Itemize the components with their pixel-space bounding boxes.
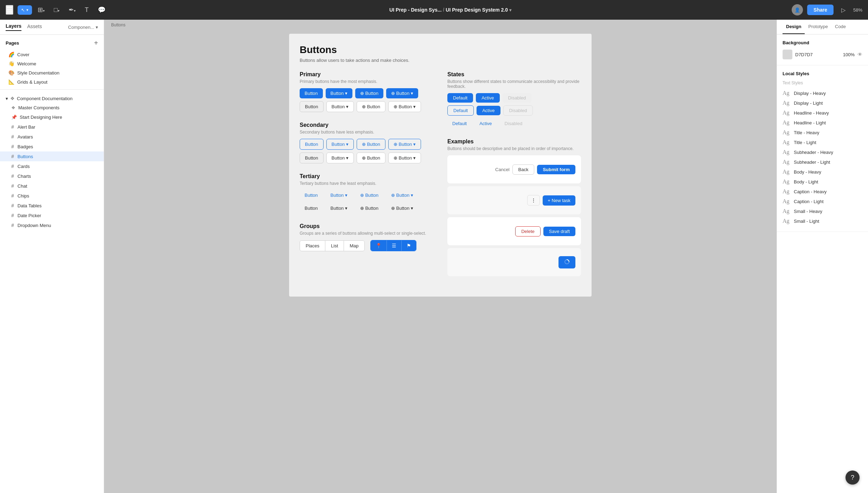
tab-assets[interactable]: Assets (27, 24, 42, 31)
style-caption-heavy[interactable]: Ag Caption - Heavy (783, 187, 862, 196)
tab-code[interactable]: Code (831, 20, 849, 34)
style-display-light[interactable]: Ag Display - Light (783, 98, 862, 108)
new-task-button[interactable]: + New task (543, 195, 575, 206)
group-btn-places[interactable]: Places (300, 241, 325, 251)
style-headline-heavy[interactable]: Ag Headline - Heavy (783, 108, 862, 118)
style-body-heavy[interactable]: Ag Body - Heavy (783, 167, 862, 177)
cancel-button[interactable]: Cancel (495, 167, 509, 172)
visibility-toggle[interactable]: 👁 (857, 52, 862, 57)
user-avatar[interactable]: 👤 (792, 4, 803, 15)
tertiary-btn-8-icon-dropdown[interactable]: ⊕ Button ▾ (386, 203, 418, 213)
secondary-btn-1[interactable]: Button (300, 139, 324, 150)
tab-layers[interactable]: Layers (6, 23, 21, 31)
nav-alert-bar[interactable]: # Alert Bar (0, 122, 104, 132)
primary-btn-5[interactable]: Button (300, 101, 324, 112)
primary-btn-4-icon-dropdown[interactable]: ⊕ Button ▾ (386, 88, 418, 98)
secondary-btn-7-icon[interactable]: ⊕ Button (357, 153, 385, 163)
help-button[interactable]: ? (845, 471, 860, 485)
add-page-button[interactable]: + (94, 39, 98, 47)
save-draft-button[interactable]: Save draft (543, 227, 575, 236)
back-button[interactable]: Back (512, 164, 535, 175)
submit-form-button[interactable]: Submit form (537, 165, 575, 174)
nav-chat[interactable]: # Chat (0, 181, 104, 191)
page-grids-layout[interactable]: 📐 Grids & Layout (6, 77, 98, 86)
primary-btn-6-dropdown[interactable]: Button ▾ (326, 101, 354, 112)
style-small-light[interactable]: Ag Small - Light (783, 216, 862, 226)
style-headline-light[interactable]: Ag Headline - Light (783, 118, 862, 128)
select-tool[interactable]: ↖▾ (18, 5, 32, 15)
state-default-outline[interactable]: Default (447, 105, 474, 116)
nav-chips[interactable]: # Chips (0, 191, 104, 201)
file-breadcrumb: UI Prep - Design Sys... (389, 7, 442, 13)
nav-buttons[interactable]: # Buttons (0, 151, 104, 161)
style-caption-light[interactable]: Ag Caption - Light (783, 196, 862, 206)
group-icon-btn-3[interactable]: ⚑ (402, 240, 416, 251)
nav-start-designing[interactable]: 📌 Start Designing Here (0, 112, 104, 122)
frame-tool[interactable]: ⊞▾ (34, 4, 48, 16)
file-title: UI Prep - Design Sys... / UI Prep Design… (113, 7, 787, 13)
style-title-light[interactable]: Ag Title - Light (783, 137, 862, 147)
primary-btn-2-dropdown[interactable]: Button ▾ (326, 88, 352, 98)
nav-cards[interactable]: # Cards (0, 161, 104, 171)
state-active-filled[interactable]: Active (476, 93, 499, 103)
secondary-btn-8-icon-dropdown[interactable]: ⊕ Button ▾ (388, 153, 421, 163)
primary-btn-8-icon-dropdown[interactable]: ⊕ Button ▾ (388, 101, 421, 112)
group-icon-btn-1[interactable]: 📍 (371, 240, 387, 251)
nav-charts[interactable]: # Charts (0, 171, 104, 181)
share-button[interactable]: Share (807, 5, 834, 15)
hamburger-menu[interactable]: ☰ (6, 5, 13, 15)
left-col: Primary Primary buttons have the most em… (300, 71, 433, 286)
tertiary-btn-3-icon[interactable]: ⊕ Button (355, 190, 383, 200)
tab-prototype[interactable]: Prototype (805, 20, 831, 34)
secondary-btn-2-dropdown[interactable]: Button ▾ (326, 139, 354, 150)
tertiary-btn-6-dropdown[interactable]: Button ▾ (326, 203, 352, 213)
style-title-heavy[interactable]: Ag Title - Heavy (783, 128, 862, 137)
secondary-btn-6-dropdown[interactable]: Button ▾ (326, 153, 354, 163)
pen-tool[interactable]: ✒▾ (65, 4, 79, 16)
style-subheader-heavy[interactable]: Ag Subheader - Heavy (783, 147, 862, 157)
style-display-heavy[interactable]: Ag Display - Heavy (783, 88, 862, 98)
loading-button[interactable] (559, 256, 575, 268)
state-default-filled[interactable]: Default (447, 93, 473, 103)
state-active-text[interactable]: Active (474, 118, 497, 129)
style-body-light[interactable]: Ag Body - Light (783, 177, 862, 187)
secondary-btn-4-icon-dropdown[interactable]: ⊕ Button ▾ (388, 139, 421, 150)
nav-dropdown-menu[interactable]: # Dropdown Menu (0, 220, 104, 230)
tertiary-btn-4-icon-dropdown[interactable]: ⊕ Button ▾ (386, 190, 418, 200)
secondary-btn-3-icon[interactable]: ⊕ Button (357, 139, 385, 150)
state-active-outline[interactable]: Active (477, 106, 500, 115)
state-default-text[interactable]: Default (447, 118, 472, 129)
nav-data-tables[interactable]: # Data Tables (0, 201, 104, 210)
group-icon-btn-2[interactable]: ☰ (387, 240, 402, 251)
nav-date-picker[interactable]: # Date Picker (0, 210, 104, 220)
nav-group-component-doc[interactable]: ▾ ❖ Component Documentation (0, 94, 104, 103)
tab-design[interactable]: Design (783, 20, 805, 34)
group-btn-list[interactable]: List (325, 241, 344, 251)
main-canvas: Buttons Buttons Buttons allow users to t… (104, 20, 777, 493)
tertiary-btn-2-dropdown[interactable]: Button ▾ (326, 190, 352, 200)
text-tool[interactable]: T (81, 4, 92, 16)
style-subheader-light[interactable]: Ag Subheader - Light (783, 157, 862, 167)
page-welcome[interactable]: 👋 Welcome (6, 59, 98, 68)
tertiary-btn-1[interactable]: Button (300, 190, 323, 200)
primary-btn-7-icon[interactable]: ⊕ Button (357, 101, 385, 112)
more-options-button[interactable]: ⋮ (527, 195, 540, 206)
primary-btn-1[interactable]: Button (300, 88, 323, 98)
style-small-heavy[interactable]: Ag Small - Heavy (783, 206, 862, 216)
page-cover[interactable]: 🌈 Cover (6, 50, 98, 59)
nav-badges[interactable]: # Badges (0, 142, 104, 151)
group-btn-map[interactable]: Map (344, 241, 364, 251)
page-style-documentation[interactable]: 🎨 Style Documentation (6, 68, 98, 77)
background-swatch[interactable] (783, 50, 792, 59)
nav-avatars[interactable]: # Avatars (0, 132, 104, 142)
tertiary-btn-5[interactable]: Button (300, 203, 323, 213)
shape-tool[interactable]: □▾ (50, 4, 63, 16)
comment-tool[interactable]: 💬 (94, 4, 109, 16)
tab-components-dropdown[interactable]: Componen... ▾ (68, 25, 98, 30)
primary-btn-3-icon[interactable]: ⊕ Button (355, 88, 383, 98)
nav-master-components[interactable]: ❖ Master Components (0, 103, 104, 112)
play-button[interactable]: ▷ (838, 5, 849, 15)
tertiary-btn-7-icon[interactable]: ⊕ Button (355, 203, 383, 213)
secondary-btn-5[interactable]: Button (300, 153, 324, 163)
delete-button[interactable]: Delete (515, 226, 541, 236)
